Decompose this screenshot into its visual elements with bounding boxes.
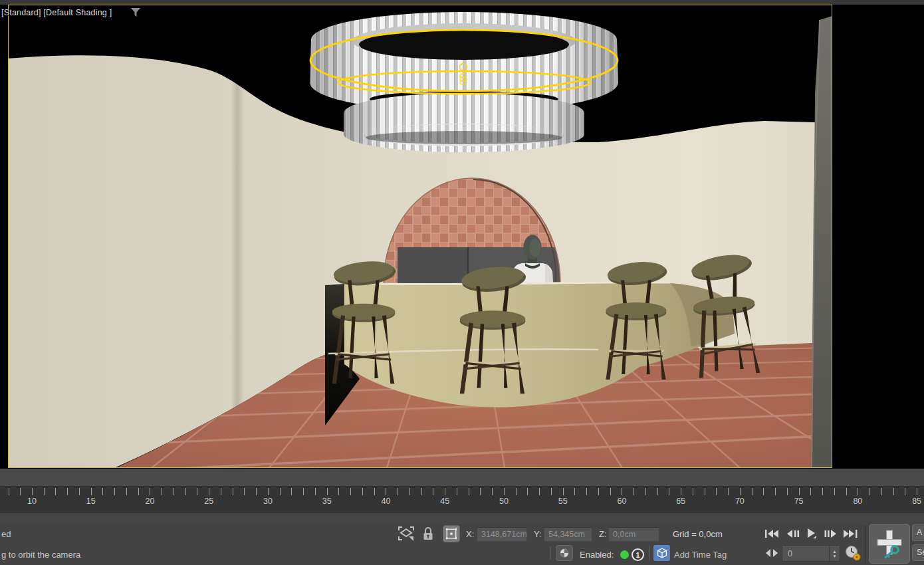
- ruler-tick: [705, 488, 705, 495]
- ruler-tick: [787, 488, 788, 495]
- ruler-tick: [492, 488, 493, 495]
- ruler-tick: [846, 488, 847, 495]
- current-frame-field[interactable]: 0 ▲▼: [782, 545, 840, 562]
- ruler-tick: [858, 488, 858, 495]
- auto-key-button[interactable]: A: [912, 524, 924, 541]
- ruler-tick: [374, 488, 375, 495]
- clock-gear-icon[interactable]: [844, 544, 862, 562]
- frame-spinner[interactable]: ▲▼: [829, 546, 840, 561]
- viewport-area[interactable]: [0, 5, 924, 469]
- ruler-tick: [669, 488, 669, 495]
- ruler-tick: [350, 488, 351, 495]
- funnel-icon[interactable]: [130, 7, 141, 18]
- ruler-label: 35: [322, 497, 332, 506]
- ruler-tick: [586, 488, 587, 495]
- ruler-tick: [516, 488, 517, 495]
- viewport-shading-label[interactable]: [Standard] [Default Shading ]: [1, 8, 112, 17]
- add-time-tag-button[interactable]: Add Time Tag: [674, 550, 727, 560]
- ruler-tick: [457, 488, 457, 495]
- ruler-tick: [409, 488, 410, 495]
- ruler-tick: [527, 488, 528, 495]
- z-coordinate-field[interactable]: 0,0cm: [608, 527, 659, 542]
- ruler-tick: [233, 488, 233, 495]
- ruler-tick: [79, 488, 80, 495]
- enabled-count-badge[interactable]: 1: [632, 548, 644, 561]
- ruler-tick: [645, 488, 646, 495]
- ruler-tick: [315, 488, 316, 495]
- ruler-label: 45: [440, 497, 449, 506]
- ruler-tick: [681, 488, 681, 495]
- ruler-tick: [881, 488, 882, 495]
- track-bar[interactable]: [0, 469, 924, 487]
- ruler-tick: [291, 488, 292, 495]
- go-to-start-button[interactable]: [763, 526, 781, 541]
- ruler-tick: [869, 488, 870, 495]
- ruler-label: 75: [794, 497, 804, 506]
- ruler-label: 65: [676, 497, 685, 506]
- ruler-tick: [905, 488, 905, 495]
- ruler-tick: [114, 488, 115, 495]
- x-coordinate-field[interactable]: 3148,671cm: [477, 527, 527, 542]
- isolate-selection-icon[interactable]: [398, 526, 415, 542]
- ruler-tick: [102, 488, 103, 495]
- timeline-ruler[interactable]: 10152025303540455055606570758085: [0, 487, 924, 513]
- ruler-tick: [20, 488, 21, 495]
- ruler-tick: [563, 488, 564, 495]
- absolute-mode-icon[interactable]: [443, 525, 460, 542]
- ruler-tick: [185, 488, 186, 495]
- ruler-tick: [834, 488, 835, 495]
- ruler-label: 80: [853, 497, 862, 506]
- 3dsmax-application: { "viewport": { "shading_label": "[Stand…: [0, 0, 924, 565]
- set-keys-button[interactable]: [869, 524, 910, 564]
- chandelier-selected[interactable]: [310, 12, 618, 152]
- play-button[interactable]: [803, 526, 821, 541]
- ruler-tick: [362, 488, 363, 495]
- ruler-tick: [280, 488, 281, 495]
- ruler-tick: [338, 488, 339, 495]
- ruler-label: 40: [381, 497, 390, 506]
- ruler-tick: [197, 488, 197, 495]
- cube-icon[interactable]: [653, 545, 670, 561]
- ruler-tick: [822, 488, 823, 495]
- ruler-tick: [657, 488, 658, 495]
- z-coordinate-label: Z:: [599, 529, 607, 539]
- enabled-status-dot: [620, 550, 629, 559]
- ruler-tick: [469, 488, 469, 495]
- ruler-tick: [421, 488, 422, 495]
- ruler-tick: [622, 488, 622, 495]
- next-frame-button[interactable]: [822, 526, 840, 541]
- selection-lock-icon[interactable]: [421, 526, 435, 542]
- ruler-tick: [752, 488, 752, 495]
- ruler-tick: [551, 488, 552, 495]
- y-coordinate-field[interactable]: 54,345cm: [544, 527, 592, 542]
- separator: [649, 546, 650, 560]
- ruler-tick: [574, 488, 575, 495]
- ruler-label: 20: [146, 497, 155, 506]
- current-frame-value[interactable]: 0: [782, 549, 829, 558]
- ruler-tick: [504, 488, 505, 495]
- ruler-tick: [126, 488, 127, 495]
- ruler-label: 70: [735, 497, 745, 506]
- grid-size-label: Grid = 0,0cm: [673, 529, 723, 539]
- ruler-tick: [763, 488, 764, 495]
- ruler-tick: [173, 488, 174, 495]
- viewport-3d-scene[interactable]: [8, 5, 832, 468]
- ruler-tick: [9, 488, 9, 495]
- ruler-tick: [91, 488, 92, 495]
- ruler-tick: [893, 488, 894, 495]
- go-to-end-button[interactable]: [842, 526, 860, 541]
- ruler-tick: [44, 488, 45, 495]
- ruler-tick: [209, 488, 209, 495]
- ruler-tick: [67, 488, 68, 495]
- ruler-tick: [445, 488, 445, 495]
- ruler-tick: [598, 488, 599, 495]
- previous-frame-button[interactable]: [784, 526, 802, 541]
- set-key-button[interactable]: Se: [912, 544, 924, 561]
- key-mode-toggle-icon[interactable]: [764, 547, 779, 559]
- y-coordinate-label: Y:: [534, 529, 542, 539]
- enabled-label: Enabled:: [580, 550, 614, 560]
- ruler-label: 15: [86, 497, 96, 506]
- ruler-label: 10: [27, 497, 37, 506]
- ruler-label: 25: [204, 497, 213, 506]
- shield-icon[interactable]: [556, 545, 573, 561]
